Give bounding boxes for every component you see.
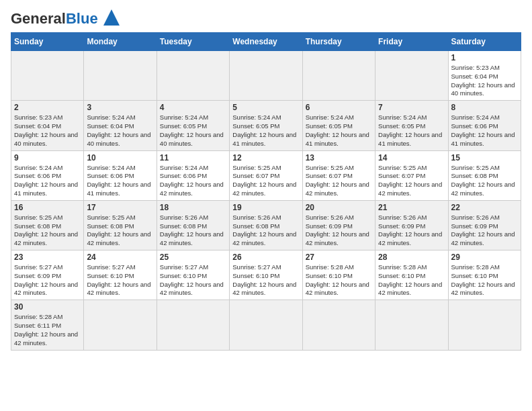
calendar-header-row: SundayMondayTuesdayWednesdayThursdayFrid…	[11, 33, 521, 51]
day-number: 28	[378, 253, 445, 262]
calendar-day-cell: 1Sunrise: 5:23 AM Sunset: 6:04 PM Daylig…	[448, 51, 521, 101]
day-number: 14	[378, 153, 445, 163]
calendar-day-cell	[157, 51, 229, 101]
calendar-day-cell	[375, 300, 448, 350]
calendar-day-cell: 3Sunrise: 5:24 AM Sunset: 6:04 PM Daylig…	[84, 101, 157, 150]
logo-general: General	[11, 10, 66, 27]
day-number: 12	[232, 153, 299, 163]
calendar-day-cell: 29Sunrise: 5:28 AM Sunset: 6:10 PM Dayli…	[448, 250, 521, 300]
day-number: 16	[14, 203, 81, 212]
calendar-day-cell: 7Sunrise: 5:24 AM Sunset: 6:05 PM Daylig…	[375, 101, 448, 150]
day-number: 6	[306, 103, 372, 112]
calendar-day-cell: 12Sunrise: 5:25 AM Sunset: 6:07 PM Dayli…	[230, 150, 302, 200]
day-info: Sunrise: 5:25 AM Sunset: 6:08 PM Dayligh…	[14, 214, 81, 248]
day-number: 26	[232, 253, 299, 262]
calendar-day-cell: 15Sunrise: 5:25 AM Sunset: 6:08 PM Dayli…	[448, 150, 521, 200]
day-info: Sunrise: 5:26 AM Sunset: 6:08 PM Dayligh…	[232, 214, 299, 248]
day-info: Sunrise: 5:28 AM Sunset: 6:10 PM Dayligh…	[378, 263, 445, 298]
calendar-day-cell	[375, 51, 448, 101]
day-info: Sunrise: 5:28 AM Sunset: 6:11 PM Dayligh…	[14, 313, 81, 347]
calendar-day-cell: 11Sunrise: 5:24 AM Sunset: 6:06 PM Dayli…	[157, 150, 229, 200]
day-number: 3	[87, 103, 153, 112]
day-info: Sunrise: 5:27 AM Sunset: 6:10 PM Dayligh…	[87, 263, 153, 298]
calendar-week-row: 2Sunrise: 5:23 AM Sunset: 6:04 PM Daylig…	[11, 101, 521, 150]
day-info: Sunrise: 5:23 AM Sunset: 6:04 PM Dayligh…	[451, 64, 518, 98]
calendar-day-cell: 30Sunrise: 5:28 AM Sunset: 6:11 PM Dayli…	[11, 300, 84, 350]
calendar-day-cell	[230, 51, 302, 101]
day-number: 23	[14, 253, 81, 262]
calendar-day-cell	[157, 300, 229, 350]
calendar-day-cell: 23Sunrise: 5:27 AM Sunset: 6:09 PM Dayli…	[11, 250, 84, 300]
column-header-monday: Monday	[84, 33, 157, 51]
day-number: 15	[451, 153, 518, 163]
day-number: 11	[160, 153, 226, 163]
calendar-day-cell: 10Sunrise: 5:24 AM Sunset: 6:06 PM Dayli…	[84, 150, 157, 200]
day-info: Sunrise: 5:24 AM Sunset: 6:06 PM Dayligh…	[160, 164, 226, 198]
logo: GeneralBlue	[11, 11, 121, 27]
day-number: 19	[232, 203, 299, 212]
day-number: 30	[14, 302, 81, 312]
day-number: 10	[87, 153, 153, 163]
calendar-day-cell: 13Sunrise: 5:25 AM Sunset: 6:07 PM Dayli…	[302, 150, 375, 200]
day-info: Sunrise: 5:26 AM Sunset: 6:09 PM Dayligh…	[451, 214, 518, 248]
day-info: Sunrise: 5:25 AM Sunset: 6:08 PM Dayligh…	[451, 164, 518, 198]
day-number: 7	[378, 103, 445, 112]
day-info: Sunrise: 5:27 AM Sunset: 6:10 PM Dayligh…	[232, 263, 299, 298]
calendar-day-cell: 26Sunrise: 5:27 AM Sunset: 6:10 PM Dayli…	[230, 250, 302, 300]
day-number: 9	[14, 153, 81, 163]
logo-text: GeneralBlue	[11, 11, 98, 26]
day-number: 22	[451, 203, 518, 212]
calendar-week-row: 9Sunrise: 5:24 AM Sunset: 6:06 PM Daylig…	[11, 150, 521, 200]
day-info: Sunrise: 5:23 AM Sunset: 6:04 PM Dayligh…	[14, 113, 81, 148]
day-info: Sunrise: 5:24 AM Sunset: 6:05 PM Dayligh…	[160, 113, 226, 148]
calendar-day-cell	[230, 300, 302, 350]
calendar-day-cell	[11, 51, 84, 101]
day-number: 8	[451, 103, 518, 112]
day-number: 17	[87, 203, 153, 212]
day-info: Sunrise: 5:24 AM Sunset: 6:06 PM Dayligh…	[14, 164, 81, 198]
calendar-day-cell: 28Sunrise: 5:28 AM Sunset: 6:10 PM Dayli…	[375, 250, 448, 300]
calendar-day-cell: 14Sunrise: 5:25 AM Sunset: 6:07 PM Dayli…	[375, 150, 448, 200]
column-header-sunday: Sunday	[11, 33, 84, 51]
calendar-day-cell: 19Sunrise: 5:26 AM Sunset: 6:08 PM Dayli…	[230, 200, 302, 250]
day-number: 25	[160, 253, 226, 262]
calendar-week-row: 16Sunrise: 5:25 AM Sunset: 6:08 PM Dayli…	[11, 200, 521, 250]
day-info: Sunrise: 5:25 AM Sunset: 6:07 PM Dayligh…	[306, 164, 372, 198]
calendar-week-row: 23Sunrise: 5:27 AM Sunset: 6:09 PM Dayli…	[11, 250, 521, 300]
column-header-friday: Friday	[375, 33, 448, 51]
day-number: 1	[451, 53, 518, 62]
day-info: Sunrise: 5:26 AM Sunset: 6:09 PM Dayligh…	[306, 214, 372, 248]
column-header-tuesday: Tuesday	[157, 33, 229, 51]
logo-icon	[102, 8, 121, 27]
day-number: 24	[87, 253, 153, 262]
calendar-day-cell	[84, 300, 157, 350]
calendar-day-cell	[84, 51, 157, 101]
calendar-day-cell	[448, 300, 521, 350]
day-number: 18	[160, 203, 226, 212]
calendar-day-cell: 25Sunrise: 5:27 AM Sunset: 6:10 PM Dayli…	[157, 250, 229, 300]
day-number: 20	[306, 203, 372, 212]
calendar-day-cell: 18Sunrise: 5:26 AM Sunset: 6:08 PM Dayli…	[157, 200, 229, 250]
calendar-day-cell: 20Sunrise: 5:26 AM Sunset: 6:09 PM Dayli…	[302, 200, 375, 250]
day-info: Sunrise: 5:27 AM Sunset: 6:09 PM Dayligh…	[14, 263, 81, 298]
day-info: Sunrise: 5:24 AM Sunset: 6:05 PM Dayligh…	[232, 113, 299, 148]
day-info: Sunrise: 5:24 AM Sunset: 6:04 PM Dayligh…	[87, 113, 153, 148]
calendar-day-cell	[302, 51, 375, 101]
day-info: Sunrise: 5:24 AM Sunset: 6:06 PM Dayligh…	[451, 113, 518, 148]
day-info: Sunrise: 5:28 AM Sunset: 6:10 PM Dayligh…	[306, 263, 372, 298]
day-number: 2	[14, 103, 81, 112]
calendar-table: SundayMondayTuesdayWednesdayThursdayFrid…	[11, 32, 521, 351]
calendar-day-cell: 27Sunrise: 5:28 AM Sunset: 6:10 PM Dayli…	[302, 250, 375, 300]
day-info: Sunrise: 5:27 AM Sunset: 6:10 PM Dayligh…	[160, 263, 226, 298]
day-number: 5	[232, 103, 299, 112]
day-info: Sunrise: 5:26 AM Sunset: 6:08 PM Dayligh…	[160, 214, 226, 248]
logo-blue: Blue	[66, 10, 98, 27]
calendar-day-cell: 9Sunrise: 5:24 AM Sunset: 6:06 PM Daylig…	[11, 150, 84, 200]
svg-marker-0	[103, 9, 120, 26]
column-header-wednesday: Wednesday	[230, 33, 302, 51]
day-number: 13	[306, 153, 372, 163]
calendar-day-cell: 16Sunrise: 5:25 AM Sunset: 6:08 PM Dayli…	[11, 200, 84, 250]
calendar-day-cell: 24Sunrise: 5:27 AM Sunset: 6:10 PM Dayli…	[84, 250, 157, 300]
calendar-day-cell: 17Sunrise: 5:25 AM Sunset: 6:08 PM Dayli…	[84, 200, 157, 250]
day-info: Sunrise: 5:24 AM Sunset: 6:06 PM Dayligh…	[87, 164, 153, 198]
